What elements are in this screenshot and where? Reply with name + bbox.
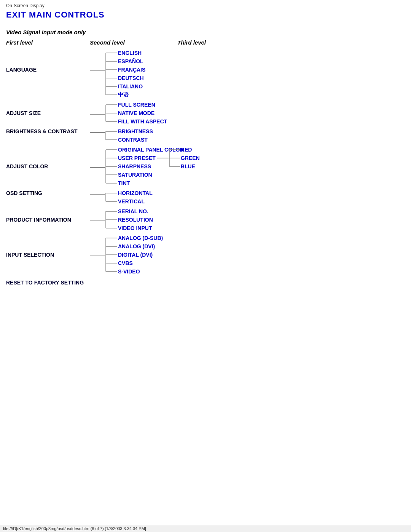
bracket xyxy=(105,207,118,232)
second-level-item: RESOLUTION xyxy=(118,216,153,224)
menu-section: BRIGHTNESS & CONTRASTBRIGHTNESSCONTRAST xyxy=(6,127,405,144)
second-level-label: SATURATION xyxy=(118,172,152,178)
second-level-item: CVBS xyxy=(118,259,163,267)
second-level-item: USER PRESETREDGREENBLUE xyxy=(118,154,200,162)
second-level-item: ITALIANO xyxy=(118,82,145,91)
second-level-item: ESPAÑOL xyxy=(118,57,145,66)
second-level-label: HORIZONTAL xyxy=(118,190,153,196)
second-level-item: VIDEO INPUT xyxy=(118,224,153,232)
second-level-label: VIDEO INPUT xyxy=(118,225,152,231)
second-level-label: VERTICAL xyxy=(118,198,145,204)
third-level-item: RED xyxy=(181,145,200,154)
first-level-item: LANGUAGE xyxy=(6,49,90,73)
first-level-item: INPUT SELECTION xyxy=(6,234,90,258)
bracket xyxy=(105,127,118,144)
second-level-label: ESPAÑOL xyxy=(118,58,143,64)
bracket-svg xyxy=(105,101,118,126)
second-level-label: ANALOG (D-SUB) xyxy=(118,235,163,241)
second-level-item: DEUTSCH xyxy=(118,74,145,82)
second-level-label: CVBS xyxy=(118,260,133,266)
second-level-col: BRIGHTNESSCONTRAST xyxy=(118,127,153,144)
second-level-col: ENGLISHESPAÑOLFRANÇAISDEUTSCHITALIANO中语 xyxy=(118,49,145,99)
h-connector xyxy=(90,220,105,221)
menu-section: INPUT SELECTIONANALOG (D-SUB)ANALOG (DVI… xyxy=(6,234,405,276)
second-level-label: FRANÇAIS xyxy=(118,67,145,73)
second-level-label: ANALOG (DVI) xyxy=(118,243,155,249)
menu-section: OSD SETTINGHORIZONTALVERTICAL xyxy=(6,189,405,206)
top-label: On-Screen Display xyxy=(6,3,405,8)
bracket xyxy=(105,234,118,276)
h-connector xyxy=(90,167,105,168)
second-level-label: CONTRAST xyxy=(118,137,148,143)
bracket xyxy=(105,49,118,99)
second-level-label: S-VIDEO xyxy=(118,268,140,275)
second-level-item: ANALOG (DVI) xyxy=(118,242,163,251)
first-level-item: ADJUST COLOR xyxy=(6,145,90,169)
second-level-item: DIGITAL (DVI) xyxy=(118,251,163,259)
second-level-col: ORIGINAL PANEL COLORUSER PRESETREDGREENB… xyxy=(118,145,200,187)
second-level-col: SERIAL NO.RESOLUTIONVIDEO INPUT xyxy=(118,207,153,232)
second-level-label: TINT xyxy=(118,180,130,186)
bracket-svg xyxy=(105,49,118,99)
bracket-svg xyxy=(105,189,118,206)
second-level-col: FULL SCREENNATIVE MODEFILL WITH ASPECT xyxy=(118,101,167,126)
first-level-item: PRODUCT INFORMATION xyxy=(6,207,90,223)
h-connector xyxy=(90,194,105,195)
exit-title[interactable]: EXIT MAIN CONTROLS xyxy=(6,10,405,20)
second-level-item: BRIGHTNESS xyxy=(118,127,153,136)
second-level-item: SHARPNESS xyxy=(118,162,200,171)
menu-section: LANGUAGEENGLISHESPAÑOLFRANÇAISDEUTSCHITA… xyxy=(6,49,405,99)
first-level-header: First level xyxy=(6,39,90,46)
second-level-label: DEUTSCH xyxy=(118,75,144,81)
bracket-svg xyxy=(105,207,118,232)
bracket-svg xyxy=(105,145,118,187)
reset-label: RESET TO FACTORY SETTING xyxy=(6,280,405,286)
h-connector-third xyxy=(157,158,169,158)
second-level-label: DIGITAL (DVI) xyxy=(118,252,153,258)
h-connector xyxy=(90,114,105,115)
second-level-item: FULL SCREEN xyxy=(118,101,167,109)
second-level-item: ANALOG (D-SUB) xyxy=(118,234,163,242)
third-level-label: GREEN xyxy=(181,155,200,161)
second-level-label: ITALIANO xyxy=(118,83,143,89)
second-level-label: 中语 xyxy=(118,91,129,98)
menu-section: PRODUCT INFORMATIONSERIAL NO.RESOLUTIONV… xyxy=(6,207,405,232)
menu-section: ADJUST SIZEFULL SCREENNATIVE MODEFILL WI… xyxy=(6,101,405,126)
second-level-item: CONTRAST xyxy=(118,136,153,144)
h-connector xyxy=(90,132,105,133)
third-level-item: GREEN xyxy=(181,154,200,162)
second-level-item: VERTICAL xyxy=(118,197,153,206)
second-level-col: ANALOG (D-SUB)ANALOG (DVI)DIGITAL (DVI)C… xyxy=(118,234,163,276)
second-level-label: FILL WITH ASPECT xyxy=(118,118,167,125)
second-level-item: SATURATION xyxy=(118,171,200,179)
bracket xyxy=(105,189,118,206)
bracket-svg xyxy=(105,234,118,276)
second-level-label: BRIGHTNESS xyxy=(118,128,153,134)
second-level-item: NATIVE MODE xyxy=(118,109,167,117)
h-connector xyxy=(90,70,105,71)
first-level-item: BRIGHTNESS & CONTRAST xyxy=(6,127,90,134)
second-level-item: TINT xyxy=(118,179,200,187)
second-level-header: Second level xyxy=(90,39,177,46)
second-level-item: FILL WITH ASPECT xyxy=(118,117,167,126)
bracket-svg xyxy=(105,127,118,144)
third-level-label: RED xyxy=(181,147,192,153)
second-level-label: USER PRESET xyxy=(118,155,156,161)
h-connector xyxy=(90,256,105,256)
third-level-header: Third level xyxy=(177,39,238,46)
second-level-item: 中语 xyxy=(118,91,145,99)
second-level-item: S-VIDEO xyxy=(118,267,163,276)
second-level-label: RESOLUTION xyxy=(118,217,153,223)
second-level-item: HORIZONTAL xyxy=(118,189,153,197)
menu-section: ADJUST COLORORIGINAL PANEL COLORUSER PRE… xyxy=(6,145,405,187)
second-level-label: SHARPNESS xyxy=(118,163,151,169)
second-level-label: ENGLISH xyxy=(118,50,142,56)
second-level-item: ENGLISH xyxy=(118,49,145,57)
bracket xyxy=(105,101,118,126)
menu-container: LANGUAGEENGLISHESPAÑOLFRANÇAISDEUTSCHITA… xyxy=(6,49,405,276)
second-level-label: FULL SCREEN xyxy=(118,102,155,108)
second-level-label: SERIAL NO. xyxy=(118,208,148,214)
first-level-item: ADJUST SIZE xyxy=(6,101,90,116)
first-level-item: OSD SETTING xyxy=(6,189,90,196)
second-level-item: FRANÇAIS xyxy=(118,66,145,74)
